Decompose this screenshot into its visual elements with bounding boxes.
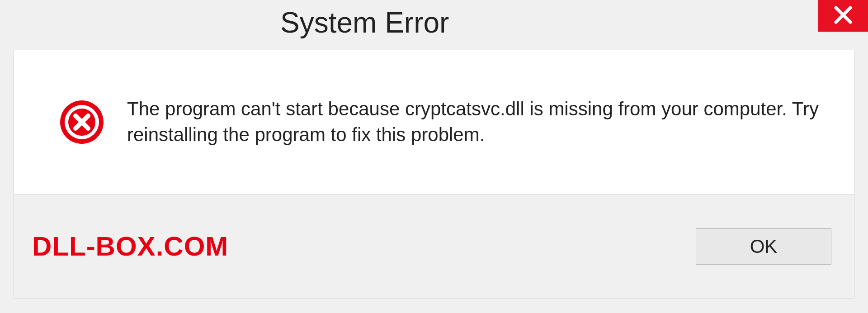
watermark-text: DLL-BOX.COM [32,231,228,262]
close-button[interactable] [818,0,868,32]
content-panel: The program can't start because cryptcat… [14,50,854,194]
dialog-title: System Error [280,8,449,37]
error-icon [59,100,104,145]
ok-button[interactable]: OK [696,228,831,265]
ok-button-label: OK [750,236,778,257]
button-panel: DLL-BOX.COM OK [14,194,854,299]
close-icon [833,5,853,27]
error-message: The program can't start because cryptcat… [127,96,827,147]
titlebar: System Error [0,0,868,45]
